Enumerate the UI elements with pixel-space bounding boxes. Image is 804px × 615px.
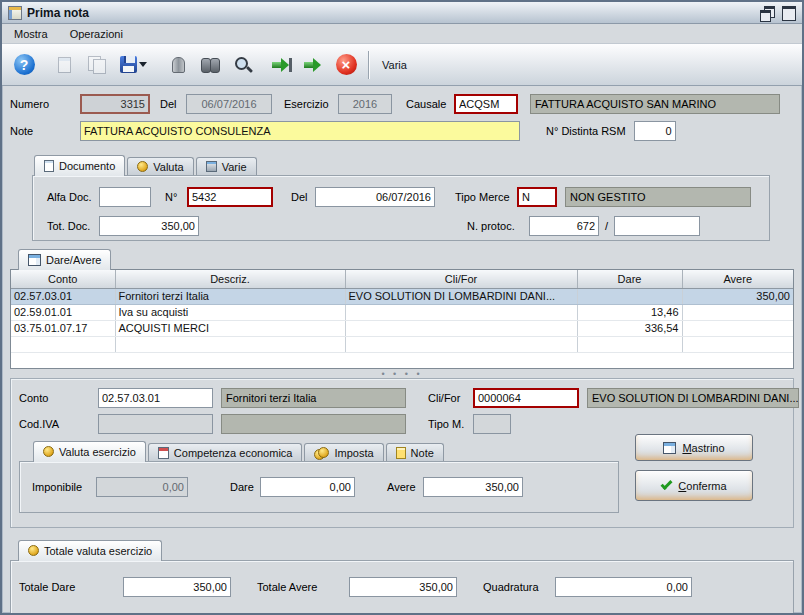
distinta-rsm-field[interactable] [634,121,676,141]
tab-totale-valuta-esercizio[interactable]: Totale valuta esercizio [18,540,162,561]
dare-avere-table-wrap[interactable]: Conto Descriz. Cli/For Dare Avere 02.57.… [10,269,794,369]
cell-avere [682,336,793,352]
cell-descriz: ACQUISTI MERCI [115,320,345,336]
cell-dare: 13,46 [577,304,682,320]
note-field[interactable] [80,121,520,141]
alfa-doc-field[interactable] [99,187,151,207]
tot-doc-field[interactable] [99,216,199,236]
totale-avere-field[interactable] [349,577,457,597]
new-document-button[interactable] [48,49,80,81]
tab-competenza-economica[interactable]: Competenza economica [148,443,303,461]
tipo-merce-description: NON GESTITO [565,187,751,207]
tab-dare-avere[interactable]: Dare/Avere [18,249,111,270]
esercizio-field[interactable] [338,94,392,114]
numero-label: Numero [10,98,80,110]
forward-arrow-icon [304,58,324,72]
grid-tabs: Dare/Avere [18,248,794,269]
table-icon [28,254,41,266]
tab-imposta[interactable]: Imposta [304,443,383,461]
mastrino-button[interactable]: Mastrino [635,434,753,461]
tot-doc-label: Tot. Doc. [47,220,99,232]
cell-descriz: Fornitori terzi Italia [115,288,345,304]
cell-conto: 02.59.01.01 [11,304,115,320]
table-row[interactable]: 03.75.01.07.17 ACQUISTI MERCI 336,54 [11,320,793,336]
help-button[interactable] [8,49,40,81]
table-row[interactable] [11,336,793,352]
import-arrow-icon [272,58,292,72]
protoc-field[interactable] [529,216,599,236]
detail-tabs: Valuta esercizio Competenza economica Im… [33,440,619,461]
detail-tipom-field[interactable] [473,414,511,434]
calendar-icon [158,447,169,459]
detail-dare-field[interactable] [260,477,355,497]
detail-avere-label: Avere [387,481,423,493]
doc-numero-field[interactable] [187,187,273,207]
table-row[interactable]: 02.59.01.01 Iva su acquisti 13,46 [11,304,793,320]
titlebar[interactable]: Prima nota [2,2,802,24]
doc-del-field[interactable] [315,187,435,207]
toolbar-mode-label: Varia [376,59,407,71]
detail-buttons: Mastrino Conferma [635,434,753,513]
save-button[interactable] [112,49,154,81]
split-pane-divider[interactable] [10,369,794,378]
maximize-icon[interactable] [781,6,796,19]
tab-valuta-esercizio[interactable]: Valuta esercizio [33,441,146,462]
detail-clifor-field[interactable] [473,388,579,408]
cancel-button[interactable] [330,49,362,81]
del-field[interactable] [186,94,272,114]
detail-row-codiva: Cod.IVA Tipo M. [19,414,785,434]
quadratura-field[interactable] [555,577,692,597]
detail-codiva-field[interactable] [98,414,213,434]
cell-avere [682,304,793,320]
import-button[interactable] [266,49,298,81]
window-icon [8,6,22,20]
detail-avere-field[interactable] [423,477,523,497]
prima-nota-window: Prima nota Mostra Operazioni Va [0,0,804,615]
tab-valuta-esercizio-label: Valuta esercizio [59,446,136,458]
documento-panel: Alfa Doc. N° Del Tipo Merce NON GESTITO … [32,175,770,241]
valuta-esercizio-panel: Imponibile Dare Avere [19,461,619,513]
causale-field[interactable] [454,94,518,114]
delete-button[interactable] [162,49,194,81]
tab-valuta[interactable]: Valuta [127,157,193,175]
header-row-1: Numero Del Esercizio Causale FATTURA ACQ… [10,94,794,114]
tab-varie[interactable]: Varie [196,157,257,175]
doc-del-label: Del [291,191,315,203]
column-conto[interactable]: Conto [11,270,115,288]
cancel-icon [336,54,357,75]
copy-button[interactable] [80,49,112,81]
totale-dare-field[interactable] [123,577,231,597]
column-avere[interactable]: Avere [682,270,793,288]
imponibile-field[interactable] [96,477,188,497]
new-document-icon [58,57,71,73]
protoc-field-2[interactable] [614,216,700,236]
conferma-button[interactable]: Conferma [635,470,753,501]
tab-note[interactable]: Note [386,443,444,461]
column-clifor[interactable]: Cli/For [345,270,577,288]
save-icon [120,56,137,73]
tab-documento[interactable]: Documento [34,155,125,176]
cell-clifor [345,320,577,336]
forward-button[interactable] [298,49,330,81]
column-dare[interactable]: Dare [577,270,682,288]
restore-icon[interactable] [760,6,775,19]
search-button[interactable] [226,49,258,81]
table-row[interactable]: 02.57.03.01 Fornitori terzi Italia EVO S… [11,288,793,304]
tipo-merce-field[interactable] [517,187,557,207]
menu-operazioni[interactable]: Operazioni [66,26,127,42]
menu-mostra[interactable]: Mostra [10,26,52,42]
help-icon [14,54,35,75]
protoc-label: N. protoc. [467,220,523,232]
documento-row-2: Tot. Doc. N. protoc. / [47,216,761,236]
imponibile-label: Imponibile [32,481,96,493]
save-dropdown-arrow[interactable] [139,62,147,67]
column-descriz[interactable]: Descriz. [115,270,345,288]
detail-conto-field[interactable] [98,388,213,408]
tab-totale-label: Totale valuta esercizio [44,545,152,557]
toolbar: Varia [2,44,802,86]
lookup-button[interactable] [194,49,226,81]
protoc-separator: / [605,220,608,232]
detail-tipom-label: Tipo M. [428,418,473,430]
coin-icon [43,446,54,457]
numero-field[interactable] [80,94,150,114]
